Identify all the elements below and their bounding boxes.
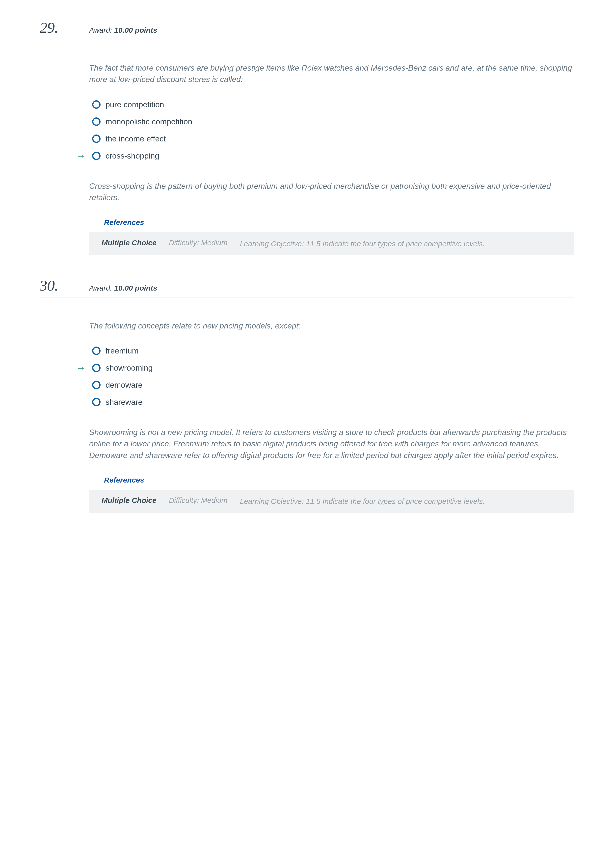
- question-stem: The fact that more consumers are buying …: [89, 62, 574, 85]
- radio-icon[interactable]: [92, 118, 101, 126]
- choice-label: monopolistic competition: [105, 117, 192, 126]
- question-type: Multiple Choice: [102, 496, 157, 505]
- choice-label: shareware: [105, 398, 143, 407]
- answer-explanation: Cross-shopping is the pattern of buying …: [89, 180, 574, 203]
- question-header: 30. Award: 10.00 points: [40, 278, 574, 298]
- question-header: 29. Award: 10.00 points: [40, 20, 574, 40]
- question-body: The following concepts relate to new pri…: [40, 320, 574, 513]
- choice-row[interactable]: → showrooming: [92, 363, 574, 372]
- learning-objective: Learning Objective: 11.5 Indicate the fo…: [240, 239, 562, 249]
- question-body: The fact that more consumers are buying …: [40, 62, 574, 256]
- learning-objective: Learning Objective: 11.5 Indicate the fo…: [240, 496, 562, 507]
- correct-arrow-icon: →: [76, 363, 86, 373]
- answer-explanation: Showrooming is not a new pricing model. …: [89, 426, 574, 461]
- question-number: 29.: [40, 20, 89, 35]
- award-points: 10.00 points: [114, 26, 157, 34]
- choice-row[interactable]: pure competition: [92, 100, 574, 109]
- radio-icon[interactable]: [92, 135, 101, 143]
- award-text: Award: 10.00 points: [89, 284, 157, 292]
- question-29: 29. Award: 10.00 points The fact that mo…: [40, 20, 574, 256]
- radio-icon[interactable]: [92, 381, 101, 389]
- references-heading: References: [89, 476, 574, 484]
- references-bar: Multiple Choice Difficulty: Medium Learn…: [89, 490, 574, 513]
- award-prefix: Award:: [89, 26, 114, 34]
- choice-label: cross-shopping: [105, 151, 159, 161]
- choice-row[interactable]: demoware: [92, 380, 574, 390]
- choice-label: showrooming: [105, 363, 153, 372]
- choice-label: pure competition: [105, 100, 164, 109]
- choice-list: freemium → showrooming demoware sharewar…: [89, 346, 574, 407]
- choice-label: the income effect: [105, 134, 166, 143]
- correct-arrow-icon: →: [76, 151, 86, 161]
- choice-row[interactable]: the income effect: [92, 134, 574, 143]
- radio-icon[interactable]: [92, 398, 101, 406]
- award-text: Award: 10.00 points: [89, 26, 157, 34]
- choice-row[interactable]: shareware: [92, 398, 574, 407]
- difficulty: Difficulty: Medium: [169, 496, 228, 505]
- difficulty: Difficulty: Medium: [169, 239, 228, 247]
- choice-row[interactable]: monopolistic competition: [92, 117, 574, 126]
- question-30: 30. Award: 10.00 points The following co…: [40, 278, 574, 513]
- references-bar: Multiple Choice Difficulty: Medium Learn…: [89, 232, 574, 256]
- radio-icon[interactable]: [92, 364, 101, 372]
- award-points: 10.00 points: [114, 284, 157, 292]
- question-stem: The following concepts relate to new pri…: [89, 320, 574, 332]
- radio-icon[interactable]: [92, 347, 101, 355]
- question-number: 30.: [40, 278, 89, 293]
- choice-label: demoware: [105, 380, 143, 390]
- question-type: Multiple Choice: [102, 239, 157, 247]
- references-heading: References: [89, 218, 574, 227]
- choice-label: freemium: [105, 346, 138, 355]
- choice-row[interactable]: → cross-shopping: [92, 151, 574, 161]
- radio-icon[interactable]: [92, 152, 101, 160]
- choice-list: pure competition monopolistic competitio…: [89, 100, 574, 161]
- award-prefix: Award:: [89, 284, 114, 292]
- radio-icon[interactable]: [92, 100, 101, 109]
- choice-row[interactable]: freemium: [92, 346, 574, 355]
